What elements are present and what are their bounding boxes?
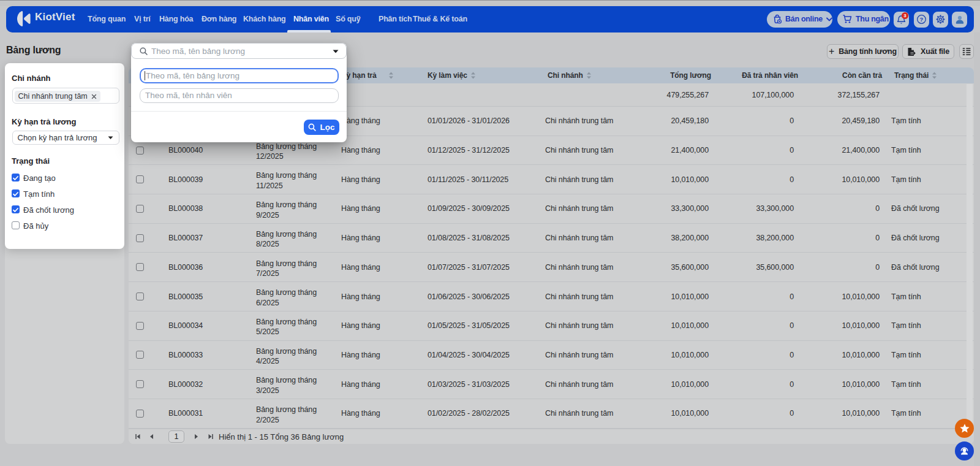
svg-text:?: ?: [920, 16, 924, 23]
